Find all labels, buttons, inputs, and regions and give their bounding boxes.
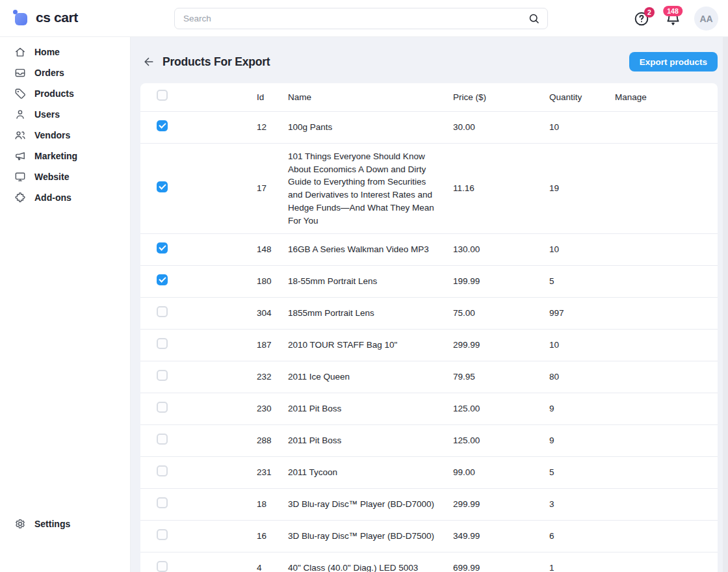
- table-header-row: Id Name Price ($) Quantity Manage: [140, 83, 718, 112]
- cell-name: 40" Class (40.0" Diag.) LED 5003: [288, 562, 453, 572]
- cell-id: 16: [257, 530, 288, 543]
- header-price: Price ($): [453, 91, 549, 104]
- products-icon: [14, 87, 27, 100]
- cell-quantity: 10: [549, 339, 615, 352]
- table-row: 231 2011 Tycoon 99.00 5: [140, 457, 718, 489]
- cell-id: 187: [257, 339, 288, 352]
- cell-id: 304: [257, 307, 288, 320]
- cell-quantity: 9: [549, 434, 615, 447]
- sidebar: Home Orders Products Users Vendors Marke…: [0, 37, 131, 572]
- arrow-left-icon: [142, 55, 155, 68]
- row-checkbox[interactable]: [157, 465, 168, 476]
- row-checkbox[interactable]: [157, 306, 168, 317]
- table-row: 304 1855mm Portrait Lens 75.00 997: [140, 298, 718, 330]
- settings-icon: [14, 517, 27, 530]
- header-name: Name: [288, 91, 453, 104]
- vertical-scrollbar[interactable]: [723, 37, 728, 572]
- brand-logo[interactable]: cs cart: [13, 8, 78, 27]
- cell-price: 299.99: [453, 498, 549, 511]
- sidebar-item-website[interactable]: Website: [0, 166, 130, 187]
- cell-name: 18-55mm Portrait Lens: [288, 275, 453, 288]
- row-checkbox[interactable]: [157, 529, 168, 540]
- sidebar-item-settings[interactable]: Settings: [0, 514, 130, 534]
- cell-id: 232: [257, 370, 288, 384]
- table-row: 4 40" Class (40.0" Diag.) LED 5003 699.9…: [140, 552, 718, 572]
- cell-id: 148: [257, 243, 288, 256]
- cell-quantity: 80: [549, 370, 615, 384]
- cell-quantity: 1: [549, 562, 615, 572]
- cell-quantity: 5: [549, 275, 615, 288]
- table-row: 180 18-55mm Portrait Lens 199.99 5: [140, 266, 718, 298]
- table-row: 16 3D Blu-ray Disc™ Player (BD-D7500) 34…: [140, 521, 718, 552]
- vendors-icon: [14, 129, 27, 142]
- table-row: 232 2011 Ice Queen 79.95 80: [140, 361, 718, 393]
- cell-quantity: 9: [549, 402, 615, 415]
- users-icon: [14, 108, 27, 121]
- table-row: 17 101 Things Everyone Should Know About…: [140, 144, 718, 234]
- table-row: 187 2010 TOUR STAFF Bag 10" 299.99 10: [140, 330, 718, 361]
- orders-icon: [14, 66, 27, 79]
- cell-quantity: 5: [549, 466, 615, 479]
- cell-price: 125.00: [453, 402, 549, 415]
- products-table-panel: Id Name Price ($) Quantity Manage 12 100…: [140, 83, 718, 572]
- export-products-button[interactable]: Export products: [629, 52, 718, 72]
- cell-price: 130.00: [453, 243, 549, 256]
- sidebar-item-users[interactable]: Users: [0, 104, 130, 125]
- cell-id: 18: [257, 498, 288, 511]
- sidebar-item-products[interactable]: Products: [0, 83, 130, 104]
- search-icon[interactable]: [528, 12, 540, 25]
- addons-icon: [14, 191, 27, 204]
- user-avatar[interactable]: AA: [694, 6, 718, 31]
- notifications-badge: 148: [663, 6, 682, 16]
- cell-quantity: 10: [549, 243, 615, 256]
- table-row: 288 2011 Pit Boss 125.00 9: [140, 425, 718, 457]
- row-checkbox[interactable]: [157, 181, 168, 192]
- table-row: 18 3D Blu-ray Disc™ Player (BD-D7000) 29…: [140, 489, 718, 521]
- cell-name: 2011 Ice Queen: [288, 370, 453, 384]
- row-checkbox[interactable]: [157, 434, 168, 445]
- main-content: Products For Export Export products Id N…: [131, 37, 728, 572]
- cell-id: 230: [257, 402, 288, 415]
- sidebar-item-orders[interactable]: Orders: [0, 62, 130, 83]
- global-search: [174, 8, 548, 29]
- cell-price: 30.00: [453, 121, 549, 134]
- sidebar-item-marketing[interactable]: Marketing: [0, 146, 130, 166]
- select-all-checkbox[interactable]: [157, 90, 168, 101]
- cell-id: 180: [257, 275, 288, 288]
- cell-quantity: 10: [549, 121, 615, 134]
- row-checkbox[interactable]: [157, 120, 168, 131]
- brand-logo-text: cs cart: [36, 10, 78, 25]
- table-body: 12 100g Pants 30.00 10 17 101 Things Eve…: [140, 112, 718, 572]
- cell-quantity: 19: [549, 182, 615, 195]
- row-checkbox[interactable]: [157, 561, 168, 572]
- sidebar-item-vendors[interactable]: Vendors: [0, 125, 130, 146]
- cell-name: 3D Blu-ray Disc™ Player (BD-D7500): [288, 530, 453, 543]
- row-checkbox[interactable]: [157, 370, 168, 381]
- cell-price: 99.00: [453, 466, 549, 479]
- cell-price: 699.99: [453, 562, 549, 572]
- sidebar-item-home[interactable]: Home: [0, 42, 130, 62]
- cell-name: 101 Things Everyone Should Know About Ec…: [288, 150, 453, 227]
- back-button[interactable]: [140, 53, 157, 70]
- home-icon: [14, 46, 27, 58]
- help-button[interactable]: 2: [632, 9, 651, 29]
- cell-name: 2010 TOUR STAFF Bag 10": [288, 339, 453, 352]
- cell-price: 11.16: [453, 182, 549, 195]
- cell-price: 79.95: [453, 370, 549, 384]
- notifications-button[interactable]: 148: [663, 9, 682, 29]
- row-checkbox[interactable]: [157, 274, 168, 285]
- row-checkbox[interactable]: [157, 402, 168, 413]
- sidebar-item-addons[interactable]: Add-ons: [0, 187, 130, 208]
- cell-id: 231: [257, 466, 288, 479]
- row-checkbox[interactable]: [157, 497, 168, 508]
- cell-id: 4: [257, 562, 288, 572]
- marketing-icon: [14, 150, 27, 162]
- header-manage: Manage: [615, 91, 718, 104]
- page-header: Products For Export Export products: [140, 50, 718, 73]
- cell-name: 100g Pants: [288, 121, 453, 134]
- row-checkbox[interactable]: [157, 242, 168, 254]
- search-input[interactable]: [174, 8, 548, 29]
- row-checkbox[interactable]: [157, 338, 168, 349]
- cell-quantity: 6: [549, 530, 615, 543]
- brand-logo-icon: [13, 8, 30, 27]
